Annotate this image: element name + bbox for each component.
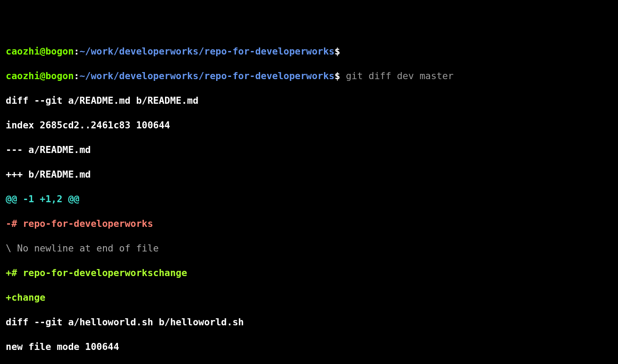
prompt-user-host: caozhi@bogon: [6, 46, 74, 57]
prompt-dollar: $: [335, 70, 340, 81]
diff-deletion: -# repo-for-developerworks: [0, 218, 618, 230]
diff-header: diff --git a/README.md b/README.md: [0, 95, 618, 107]
prompt-path: ~/work/developerworks/repo-for-developer…: [79, 70, 335, 81]
prompt-user-host: caozhi@bogon: [6, 70, 74, 81]
prompt-colon: :: [74, 46, 80, 57]
prompt-dollar: $: [335, 46, 340, 57]
diff-comment: \ No newline at end of file: [0, 242, 618, 255]
diff-index: index 2685cd2..2461c83 100644: [0, 119, 618, 131]
diff-addition: +change: [0, 291, 618, 304]
diff-newfile: new file mode 100644: [0, 341, 618, 353]
diff-header: diff --git a/helloworld.sh b/helloworld.…: [0, 316, 618, 328]
diff-file-a: --- a/README.md: [0, 144, 618, 156]
diff-hunk: @@ -1 +1,2 @@: [0, 193, 618, 205]
diff-addition: +# repo-for-developerworkschange: [0, 267, 618, 279]
prompt-path: ~/work/developerworks/repo-for-developer…: [79, 46, 335, 57]
terminal-prompt-line[interactable]: caozhi@bogon:~/work/developerworks/repo-…: [0, 45, 618, 58]
command-input: git diff dev master: [340, 70, 454, 81]
terminal-prompt-line[interactable]: caozhi@bogon:~/work/developerworks/repo-…: [0, 70, 618, 82]
diff-file-b: +++ b/README.md: [0, 168, 618, 181]
prompt-colon: :: [74, 70, 80, 81]
